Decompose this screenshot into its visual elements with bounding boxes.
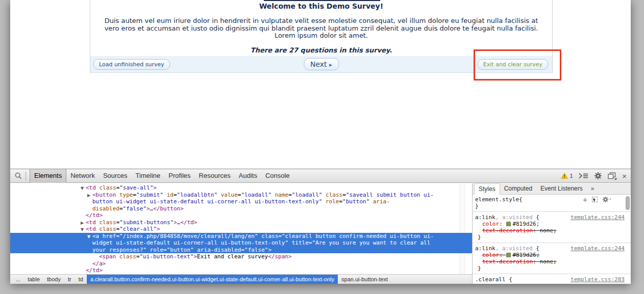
red-annotation-rectangle [474,49,561,81]
rule-separator [473,274,631,274]
styles-sidebar: StylesComputedEvent Listeners» element.s… [472,183,631,284]
tree-row[interactable]: ▼<td class="clear-all"> [10,226,472,233]
breadcrumb-item[interactable]: ... [12,275,24,284]
devtools-tab-profiles[interactable]: Profiles [164,169,194,183]
devtools-tab-audits[interactable]: Audits [235,169,261,183]
inspect-search-icon[interactable] [14,172,22,180]
devtools-toolbar-right: 1 ◢ × [561,172,627,180]
breadcrumb-item[interactable]: a.clearall.button.confirm-needed.ui-butt… [87,275,338,284]
css-property[interactable]: text-decoration: none; [475,227,625,234]
tree-row[interactable]: ▶<td class="submit-buttons">…</td> [10,219,472,226]
expanded-arrow-icon[interactable]: ▼ [81,185,84,192]
collapsed-arrow-icon[interactable]: ▶ [81,220,84,227]
new-style-rule-icon[interactable]: + [583,197,587,202]
styles-scrollbar-thumb[interactable] [626,196,630,210]
breadcrumb-item[interactable]: tbody [43,275,64,284]
survey-description-line: vero eros et accumsan et iusto odio dign… [90,25,552,33]
css-rule-close-brace: } [475,265,625,272]
css-source-link[interactable]: template.css:244 [571,214,625,221]
tree-row[interactable]: ▶<button type="submit" id="loadallbtn" v… [10,192,472,212]
sidebar-tab-event-listeners[interactable]: Event Listeners [536,183,587,194]
css-source-link[interactable]: template.css:244 [571,245,625,252]
sidebar-tabs-overflow-icon[interactable]: » [587,183,599,194]
survey-description-line: Lorem ipsum dolor sit amet. [90,32,552,40]
dock-options-caret: ◢ [614,176,617,180]
devtools-tabs: ElementsNetworkSourcesTimelineProfilesRe… [30,169,294,183]
devtools-tab-timeline[interactable]: Timeline [132,169,165,183]
survey-description: Duis autem vel eum iriure dolor in hendr… [90,17,552,40]
styles-pane-icons: + ▾ [583,196,611,203]
dock-side-icon[interactable]: ◢ [608,172,617,180]
styles-settings-gear-icon[interactable]: ▾ [602,196,611,203]
survey-page: Welcome to this Demo Survey! Duis autem … [10,0,631,169]
element-style-close-brace: } [473,203,631,209]
sidebar-tab-styles[interactable]: Styles [474,183,500,195]
css-property[interactable]: text-decoration: none; [475,258,625,265]
css-rule[interactable]: template.css:244a:link, a:visited {color… [473,245,631,272]
css-property[interactable]: color: #819d26; [475,252,625,258]
devtools-tab-elements[interactable]: Elements [30,169,66,183]
color-swatch[interactable] [506,253,511,257]
expanded-arrow-icon[interactable]: ▼ [87,233,90,240]
tree-row[interactable]: </td> [10,212,472,219]
browser-window: Welcome to this Demo Survey! Duis autem … [10,0,631,284]
next-button[interactable]: Next ▸ [304,58,339,70]
gear-caret-icon: ▾ [609,196,611,203]
devtools-tab-resources[interactable]: Resources [195,169,235,183]
next-arrow-icon: ▸ [329,61,332,68]
devtools-panel: ElementsNetworkSourcesTimelineProfilesRe… [10,169,631,284]
tree-row[interactable]: ▼<td class="save-all"> [10,184,472,192]
color-swatch[interactable] [506,222,511,226]
collapsed-arrow-icon[interactable]: ▶ [87,192,90,199]
warning-icon [561,173,568,179]
css-property[interactable]: color: #819d26; [475,221,625,227]
sidebar-tabs: StylesComputedEvent Listeners» [473,183,631,195]
breadcrumb-item[interactable]: tr [64,275,75,284]
tree-row[interactable]: <span class="ui-button-text">Exit and cl… [10,253,472,260]
devtools-main: ▼<td class="save-all">▶<button type="sub… [10,183,631,284]
devtools-tab-console[interactable]: Console [261,169,294,183]
tree-row[interactable]: </a> [10,260,472,268]
rule-separator [473,243,631,243]
settings-gear-icon[interactable] [594,172,602,180]
expanded-arrow-icon[interactable]: ▼ [81,226,84,233]
devtools-tab-network[interactable]: Network [66,169,99,183]
breadcrumb-item[interactable]: td [75,275,87,284]
devtools-tab-sources[interactable]: Sources [99,169,132,183]
breadcrumb-item[interactable]: span.ui-button-text [338,275,391,284]
warning-count: 1 [569,173,573,179]
toggle-element-state-icon[interactable] [592,197,598,202]
devtools-toolbar: ElementsNetworkSourcesTimelineProfilesRe… [10,169,631,183]
selected-tree-row[interactable]: ▼<a href="/index.php/884858/move/clearal… [10,233,472,254]
elements-panel: ▼<td class="save-all">▶<button type="sub… [10,183,472,284]
elements-tree: ▼<td class="save-all">▶<button type="sub… [10,183,472,274]
styles-content: element.style { + ▾ } template.css:244a:… [473,195,631,284]
warning-indicator[interactable]: 1 [561,173,573,179]
css-rule[interactable]: template.css:244a:link, a:visited {color… [473,214,631,240]
load-unfinished-survey-button[interactable]: Load unfinished survey [93,59,170,70]
survey-title: Welcome to this Demo Survey! [90,2,552,10]
rule-separator [473,211,631,212]
sidebar-tab-computed[interactable]: Computed [500,183,536,194]
survey-description-line: Duis autem vel eum iriure dolor in hendr… [90,17,552,25]
breadcrumb: ...tabletbodytrtda.clearall.button.confi… [10,274,472,284]
close-devtools-icon[interactable]: × [622,172,627,180]
tree-row[interactable]: </td> [10,267,472,274]
console-drawer-icon[interactable] [579,173,588,179]
css-rule-close-brace: } [475,234,625,240]
element-style-rule[interactable]: element.style { + ▾ [473,196,631,203]
toolbar-separator [26,172,26,180]
css-source-link[interactable]: template.css:283 [571,276,625,283]
element-style-selector: element.style [475,196,519,203]
css-rule[interactable]: template.css:283.clearall { [473,276,631,283]
breadcrumb-item[interactable]: table [24,275,43,284]
style-rules: template.css:244a:link, a:visited {color… [473,211,631,283]
